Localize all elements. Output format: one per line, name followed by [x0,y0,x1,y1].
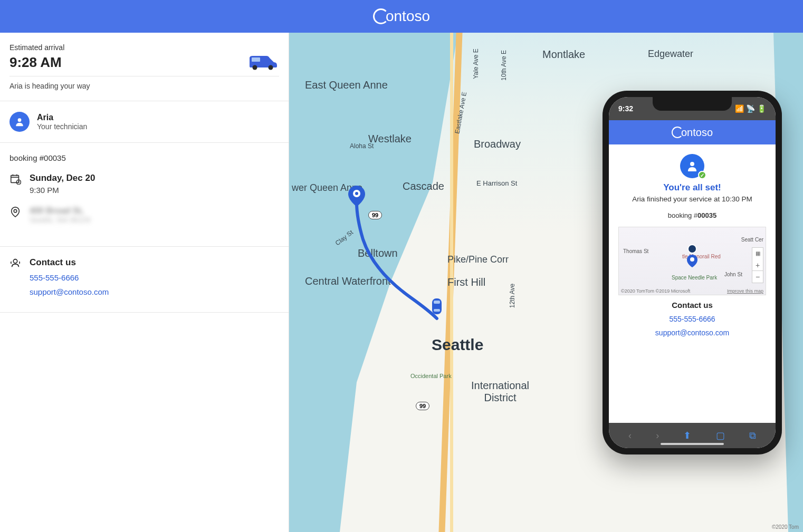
phone-content: You're all set! Aria finished your servi… [609,144,776,352]
map-label-yale: Yale Ave E [472,49,480,79]
phone-map-destination-pin [687,244,697,268]
calendar-icon [9,173,21,185]
svg-point-14 [355,192,358,195]
phone-time: 9:32 [618,104,633,113]
map-label-twelfth: 12th Ave [509,284,516,308]
phone-map-label-spaceneedle: Space Needle Park [672,275,717,280]
map-label-occidental: Occidental Park [410,373,452,379]
person-icon [686,160,699,172]
wifi-icon: 📡 [746,104,755,113]
map-label-broadway: Broadway [474,138,521,150]
eta-section: Estimated arrival 9:28 AM Aria is headin… [0,33,289,101]
main-layout: Estimated arrival 9:28 AM Aria is headin… [0,33,803,532]
map-label-harrison: E Harrison St [476,179,517,187]
phone-screen: 9:32 📶 📡 🔋 ontoso [609,97,776,448]
booking-date: Sunday, Dec 20 [30,173,95,183]
tabs-icon[interactable]: ⧉ [749,430,756,441]
svg-point-19 [690,257,694,262]
svg-point-3 [18,118,22,122]
brand-logo: ontoso [373,8,430,25]
share-icon[interactable]: ⬆︎ [683,430,691,441]
map-label-cascade: Cascade [403,180,444,192]
bookmarks-icon[interactable]: ▢ [716,430,725,441]
route-shield-99-b: 99 [416,402,429,410]
back-icon[interactable]: ‹ [628,430,632,441]
map-label-eqa: East Queen Anne [305,79,388,91]
technician-section: Aria Your technician [0,101,289,143]
eta-time: 9:28 AM [9,54,62,71]
phone-map-zoom-out[interactable]: − [752,271,763,283]
map-label-seattle: Seattle [432,336,483,354]
van-icon [246,54,279,71]
address-line-2: Seattle, WA 98109 [30,216,90,224]
phone-all-set-title: You're all set! [616,182,768,193]
phone-map-improve-link[interactable]: Improve this map [727,288,763,294]
phone-map-zoom-in[interactable]: + [752,259,763,271]
brand-text: ontoso [386,8,430,25]
map-label-pikepine: Pike/Pine Corr [447,254,509,265]
svg-point-12 [13,259,17,263]
app-header: ontoso [0,0,803,33]
phone-contact-email-link[interactable]: support@contoso.com [616,328,768,337]
svg-rect-17 [434,309,440,312]
svg-rect-16 [434,301,440,304]
phone-map[interactable]: Thomas St Space Needle Park John St tle … [618,227,766,295]
tracking-map[interactable]: Montlake Edgewater East Queen Anne Westl… [289,33,803,532]
map-label-aloha: Aloha St [350,142,374,150]
address-line-1: 400 Broad St, [30,206,90,216]
technician-role: Your technician [37,122,87,131]
map-label-intl: International District [461,380,540,404]
map-label-westlake: Westlake [368,133,412,145]
headset-icon [9,257,21,269]
svg-point-1 [269,65,273,70]
phone-map-label-john: John St [724,272,742,277]
eta-label: Estimated arrival [9,43,279,52]
map-attribution: ©2020 Tom [772,524,799,530]
contact-email-link[interactable]: support@contoso.com [30,287,279,296]
booking-number: booking #00035 [9,153,279,162]
contact-section: Contact us 555-555-6666 support@contoso.… [0,247,289,313]
vehicle-marker [429,295,444,318]
phone-brand-text: ontoso [681,127,713,139]
tracking-sidebar: Estimated arrival 9:28 AM Aria is headin… [0,33,289,532]
phone-header: ontoso [609,120,776,144]
phone-map-label-seatt: Seatt Cer [741,237,763,243]
check-badge-icon [698,171,706,179]
tracking-status: Aria is heading your way [9,76,279,90]
phone-map-attribution: ©2020 TomTom ©2019 Microsoft [621,288,690,294]
booking-section: booking #00035 Sunday, Dec 20 9:30 PM 40… [0,143,289,247]
technician-avatar [9,112,30,132]
contact-phone-link[interactable]: 555-555-6666 [30,273,279,282]
signal-icon: 📶 [735,104,744,113]
phone-map-label-thomas: Thomas St [623,248,648,254]
phone-contact-phone-link[interactable]: 555-555-6666 [616,315,768,323]
contact-title: Contact us [30,257,279,268]
svg-point-18 [690,162,694,166]
phone-mockup: 9:32 📶 📡 🔋 ontoso [603,91,782,454]
person-icon [14,117,25,127]
battery-icon: 🔋 [757,104,766,113]
map-label-tenth: 10th Ave E [500,50,508,81]
technician-name: Aria [37,113,87,122]
phone-contact-title: Contact us [616,301,768,309]
map-label-edgewater: Edgewater [648,49,693,60]
svg-point-0 [253,65,257,70]
home-indicator [661,443,724,445]
phone-finished-text: Aria finished your service at 10:30 PM [616,195,768,203]
location-pin-icon [9,206,21,218]
booking-time: 9:30 PM [30,186,95,195]
destination-pin [348,186,365,209]
map-label-firsthill: First Hill [447,276,485,288]
svg-point-11 [14,209,17,212]
phone-map-zoom-controls[interactable]: ▦ + − [752,247,763,283]
forward-icon[interactable]: › [656,430,659,441]
phone-notch [653,97,732,111]
svg-rect-4 [11,176,19,183]
map-label-montlake: Montlake [542,49,585,61]
phone-map-layer-button[interactable]: ▦ [752,248,763,259]
svg-rect-2 [252,57,260,62]
phone-booking-number: booking #00035 [616,211,768,219]
